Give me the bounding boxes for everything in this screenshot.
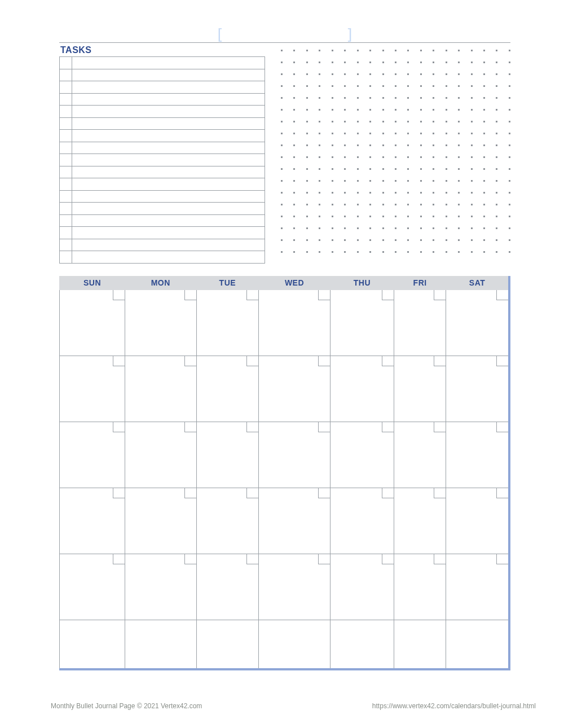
dot-icon [446,216,447,217]
calendar-day-cell[interactable] [259,356,331,422]
dot-icon [281,180,283,182]
calendar-day-cell[interactable] [60,488,125,554]
task-checkbox-cell[interactable] [60,81,72,94]
date-number-box [246,422,258,432]
calendar-day-cell[interactable] [330,620,394,669]
dot-icon [420,180,422,182]
calendar-day-cell[interactable] [330,356,394,422]
task-text-cell[interactable] [72,93,265,106]
calendar-day-cell[interactable] [259,620,331,669]
calendar-day-cell[interactable] [394,290,446,356]
calendar-day-cell[interactable] [259,422,331,488]
task-text-cell[interactable] [72,166,265,178]
task-checkbox-cell[interactable] [60,57,72,69]
task-text-cell[interactable] [72,239,265,251]
calendar-day-cell[interactable] [125,554,196,620]
task-text-cell[interactable] [72,130,265,142]
calendar-day-cell[interactable] [394,554,446,620]
calendar-day-cell[interactable] [330,554,394,620]
calendar-day-cell[interactable] [196,554,259,620]
task-text-cell[interactable] [72,117,265,130]
calendar-day-cell[interactable] [446,620,509,669]
dot-icon [509,168,510,170]
task-text-cell[interactable] [72,190,265,203]
dot-icon [407,192,409,194]
calendar-day-cell[interactable] [394,488,446,554]
task-checkbox-cell[interactable] [60,178,72,191]
calendar-day-cell[interactable] [125,620,196,669]
task-text-cell[interactable] [72,69,265,81]
calendar-day-cell[interactable] [60,554,125,620]
task-checkbox-cell[interactable] [60,190,72,203]
calendar-day-cell[interactable] [330,290,394,356]
task-text-cell[interactable] [72,81,265,94]
task-text-cell[interactable] [72,142,265,154]
dot-icon [433,180,434,182]
dot-icon [281,62,283,63]
calendar-day-cell[interactable] [446,356,509,422]
calendar-day-cell[interactable] [394,422,446,488]
task-checkbox-cell[interactable] [60,142,72,154]
calendar-day-cell[interactable] [125,356,196,422]
calendar-day-cell[interactable] [60,422,125,488]
calendar-day-cell[interactable] [196,422,259,488]
calendar-day-cell[interactable] [446,290,509,356]
task-checkbox-cell[interactable] [60,69,72,81]
task-checkbox-cell[interactable] [60,214,72,227]
task-checkbox-cell[interactable] [60,251,72,264]
dot-icon [471,216,473,217]
calendar-day-cell[interactable] [60,290,125,356]
task-checkbox-cell[interactable] [60,154,72,166]
calendar-day-cell[interactable] [259,488,331,554]
task-text-cell[interactable] [72,154,265,166]
task-text-cell[interactable] [72,57,265,69]
dot-icon [471,156,473,158]
dot-icon [319,239,320,241]
calendar-day-cell[interactable] [125,422,196,488]
date-number-box [246,488,258,498]
task-text-cell[interactable] [72,106,265,118]
dot-icon [281,204,283,205]
task-text-cell[interactable] [72,251,265,264]
calendar-day-cell[interactable] [330,422,394,488]
calendar-day-cell[interactable] [125,488,196,554]
task-text-cell[interactable] [72,227,265,239]
dot-icon [319,62,320,63]
task-checkbox-cell[interactable] [60,227,72,239]
calendar-day-cell[interactable] [196,620,259,669]
calendar-day-cell[interactable] [259,554,331,620]
task-text-cell[interactable] [72,214,265,227]
calendar-day-cell[interactable] [446,488,509,554]
calendar-day-cell[interactable] [60,356,125,422]
calendar-day-cell[interactable] [394,356,446,422]
task-checkbox-cell[interactable] [60,106,72,118]
task-checkbox-cell[interactable] [60,130,72,142]
dot-icon [281,144,283,146]
task-text-cell[interactable] [72,178,265,191]
calendar-day-cell[interactable] [196,488,259,554]
dot-icon [281,97,283,99]
calendar-day-cell[interactable] [60,620,125,669]
dot-icon [395,239,396,241]
calendar-day-cell[interactable] [446,554,509,620]
dot-icon [483,204,485,205]
calendar-day-cell[interactable] [330,488,394,554]
dot-icon [407,227,409,229]
dot-row [281,216,510,217]
task-checkbox-cell[interactable] [60,239,72,251]
task-checkbox-cell[interactable] [60,166,72,178]
calendar-day-header: TUE [196,276,259,290]
calendar-day-cell[interactable] [125,290,196,356]
calendar-day-cell[interactable] [196,356,259,422]
dot-icon [357,121,359,122]
task-checkbox-cell[interactable] [60,203,72,215]
dot-icon [281,239,283,241]
calendar-day-cell[interactable] [394,620,446,669]
calendar-day-cell[interactable] [446,422,509,488]
task-checkbox-cell[interactable] [60,93,72,106]
task-text-cell[interactable] [72,203,265,215]
dot-icon [319,85,320,87]
task-checkbox-cell[interactable] [60,117,72,130]
calendar-day-cell[interactable] [259,290,331,356]
calendar-day-cell[interactable] [196,290,259,356]
